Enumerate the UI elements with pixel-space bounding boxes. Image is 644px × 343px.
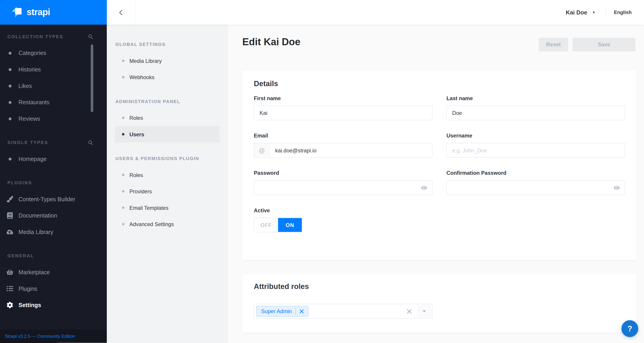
section-title: COLLECTION TYPES [8, 34, 63, 39]
attributed-roles-title: Attributed roles [254, 282, 625, 291]
password-label: Password [254, 170, 432, 176]
section-single-types: SINGLE TYPES Homepage [0, 134, 107, 167]
caret-down-icon: ▼ [592, 10, 595, 14]
list-icon [6, 285, 13, 292]
email-input[interactable] [270, 143, 432, 157]
active-toggle: OFF ON [254, 218, 302, 232]
section-general: GENERAL Marketplace Plugins Settings [0, 248, 107, 313]
user-menu[interactable]: Kai Doe ▼ [566, 9, 595, 15]
roles-select[interactable]: Super Admin [254, 304, 432, 319]
section-title: GENERAL [8, 253, 34, 258]
bullet-icon [8, 117, 12, 120]
version-link[interactable]: Strapi v3.2.5 — Community Edition [5, 334, 75, 339]
topbar-divider [605, 8, 606, 17]
user-name: Kai Doe [566, 9, 587, 15]
last-name-input[interactable] [446, 106, 625, 120]
settings-item-users[interactable]: Users [115, 126, 220, 142]
email-label: Email [254, 132, 432, 139]
eye-icon[interactable] [613, 185, 620, 191]
section-title: SINGLE TYPES [8, 140, 48, 145]
username-label: Username [446, 132, 625, 139]
select-dropdown-button[interactable] [417, 305, 432, 318]
save-button[interactable]: Save [572, 38, 636, 51]
language-button[interactable]: English [614, 9, 632, 15]
caret-down-icon [422, 310, 426, 312]
attributed-roles-card: Attributed roles Super Admin [242, 274, 636, 333]
section-plugins: PLUGINS Content-Types Builder Documentat… [0, 175, 107, 240]
strapi-logo-icon [11, 6, 22, 18]
details-card: Details First name Last name Email @ [242, 70, 636, 260]
sidebar-scrollbar[interactable] [91, 44, 93, 112]
strapi-admin-app: strapi COLLECTION TYPES Categories Histo… [0, 0, 644, 343]
bullet-icon [8, 51, 12, 54]
bullet-icon [122, 133, 124, 135]
settings-item-providers[interactable]: Providers [115, 183, 220, 200]
role-tag-super-admin: Super Admin [256, 306, 308, 317]
first-name-label: First name [254, 95, 432, 101]
email-field-group: Email @ [254, 132, 432, 158]
eye-icon[interactable] [420, 185, 428, 191]
role-tag-label: Super Admin [261, 308, 292, 314]
section-title: GLOBAL SETTINGS [115, 42, 166, 47]
section-title: PLUGINS [8, 180, 32, 185]
clear-select-icon[interactable] [407, 309, 412, 314]
book-icon [6, 212, 13, 219]
confirmation-password-input[interactable] [446, 180, 625, 195]
confirmation-password-label: Confirmation Password [446, 170, 625, 176]
bullet-icon [122, 117, 124, 119]
last-name-field-group: Last name [446, 95, 625, 120]
bullet-icon [8, 101, 12, 104]
bullet-icon [122, 174, 124, 176]
sidebar-item-plugins[interactable]: Plugins [0, 280, 107, 297]
tag-divider [296, 308, 296, 314]
sidebar-item-documentation[interactable]: Documentation [0, 207, 107, 224]
sidebar-item-homepage[interactable]: Homepage [0, 151, 107, 167]
back-button[interactable] [107, 0, 136, 25]
settings-item-advanced-settings[interactable]: Advanced Settings [115, 216, 220, 232]
password-field-group: Password [254, 170, 432, 195]
bullet-icon [122, 223, 124, 225]
username-input[interactable] [446, 143, 625, 158]
strapi-logo[interactable]: strapi [0, 0, 107, 25]
first-name-field-group: First name [254, 95, 432, 120]
toggle-on-button[interactable]: ON [278, 218, 302, 232]
settings-sidebar: GLOBAL SETTINGS Media Library Webhooks A… [107, 25, 228, 343]
sidebar-item-media-library[interactable]: Media Library [0, 224, 107, 240]
sidebar-item-marketplace[interactable]: Marketplace [0, 264, 107, 280]
bullet-icon [8, 68, 12, 71]
section-title: ADMINISTRATION PANEL [115, 99, 180, 104]
settings-item-admin-roles[interactable]: Roles [115, 110, 220, 126]
settings-item-email-templates[interactable]: Email Templates [115, 199, 220, 216]
sidebar-item-settings[interactable]: Settings [0, 297, 107, 313]
last-name-label: Last name [446, 95, 625, 101]
details-card-title: Details [254, 80, 625, 88]
bullet-icon [8, 157, 12, 160]
gear-icon [6, 302, 13, 309]
at-icon: @ [254, 143, 270, 157]
confirmation-password-field-group: Confirmation Password [446, 170, 625, 195]
cloud-upload-icon [6, 229, 13, 235]
chevron-left-icon [118, 9, 124, 16]
reset-button[interactable]: Reset [539, 38, 568, 51]
bullet-icon [122, 59, 124, 62]
page-title: Edit Kai Doe [242, 36, 300, 48]
active-field-group: Active OFF ON [254, 207, 432, 232]
settings-item-media-library[interactable]: Media Library [115, 52, 220, 69]
password-input[interactable] [254, 180, 432, 195]
toggle-off-button[interactable]: OFF [254, 218, 278, 232]
paintbrush-icon [6, 196, 13, 202]
settings-item-up-roles[interactable]: Roles [115, 167, 220, 183]
bullet-icon [122, 190, 124, 193]
logo-text: strapi [27, 7, 50, 18]
topbar: Kai Doe ▼ English [107, 0, 644, 25]
search-icon[interactable] [88, 140, 94, 145]
sidebar-item-reviews[interactable]: Reviews [0, 110, 107, 127]
sidebar-item-content-types-builder[interactable]: Content-Types Builder [0, 191, 107, 207]
help-button[interactable]: ? [622, 320, 638, 337]
bullet-icon [122, 206, 124, 209]
first-name-input[interactable] [254, 106, 432, 120]
search-icon[interactable] [88, 34, 94, 39]
remove-tag-icon[interactable] [300, 309, 304, 313]
settings-item-webhooks[interactable]: Webhooks [115, 69, 220, 85]
username-field-group: Username [446, 132, 625, 158]
